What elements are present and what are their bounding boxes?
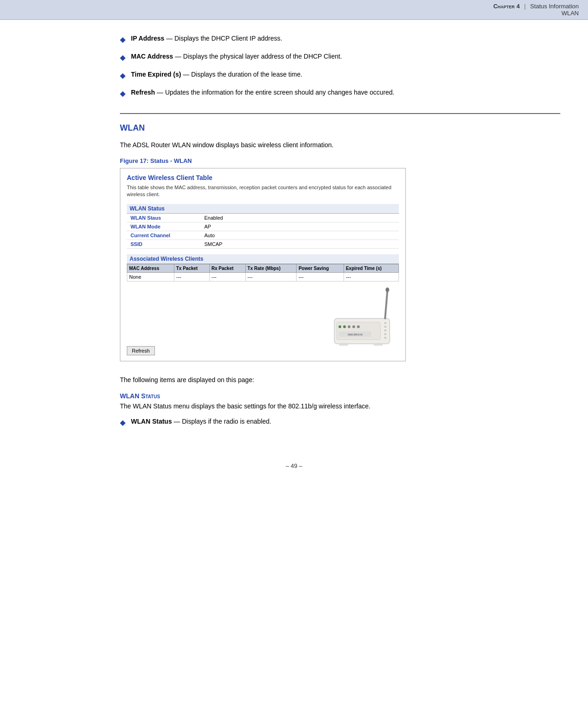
refresh-button[interactable]: Refresh — [127, 346, 155, 355]
wlan-row-label: WLAN Staus — [127, 214, 201, 222]
bullet-text-mac: MAC Address — Displays the physical laye… — [131, 52, 342, 61]
header-text: Chapter 4 | Status Information WLAN — [493, 3, 579, 17]
bullet-bold-refresh: Refresh — [131, 89, 155, 96]
wlan-heading: WLAN — [120, 123, 560, 133]
svg-rect-6 — [337, 322, 380, 340]
wlan-row-value: Auto — [201, 231, 399, 240]
chapter-label: Chapter 4 — [493, 3, 520, 10]
assoc-cell: --- — [209, 272, 245, 281]
assoc-column-header: MAC Address — [127, 264, 174, 272]
page-footer: – 49 – — [0, 453, 588, 474]
assoc-table: MAC AddressTx PacketRx PacketTx Rate (Mb… — [127, 264, 399, 282]
screenshot-box: Active Wireless Client Table This table … — [120, 168, 406, 361]
wlan-status-row: Current ChannelAuto — [127, 231, 399, 240]
assoc-row: None--------------- — [127, 272, 399, 281]
bullet-bold-mac: MAC Address — [131, 53, 173, 60]
svg-line-14 — [385, 291, 387, 318]
wlan-status-subheading-text: WLAN Status — [120, 392, 160, 400]
bullet-diamond-icon-4: ◆ — [120, 88, 125, 99]
bullet-text-time: Time Expired (s) — Displays the duration… — [131, 70, 303, 79]
description-section: The following items are displayed on thi… — [120, 375, 560, 428]
wlan-row-label: WLAN Mode — [127, 222, 201, 231]
screenshot-inner: Active Wireless Client Table This table … — [120, 168, 405, 361]
active-wireless-desc: This table shows the MAC address, transm… — [127, 184, 399, 198]
svg-rect-1 — [384, 322, 386, 324]
bullet-item-time: ◆ Time Expired (s) — Displays the durati… — [120, 70, 560, 81]
wlan-row-value: AP — [201, 222, 399, 231]
assoc-column-header: Tx Rate (Mbps) — [245, 264, 297, 272]
header-subsection: WLAN — [561, 10, 579, 17]
bullet-diamond-icon-2: ◆ — [120, 52, 125, 63]
wlan-row-value: SMCAP — [201, 240, 399, 248]
svg-point-15 — [386, 288, 389, 292]
svg-point-11 — [357, 325, 360, 328]
assoc-cell: --- — [344, 272, 398, 281]
bullet-item-ip: ◆ IP Address — Displays the DHCP Client … — [120, 34, 560, 45]
bullet-text-ip: IP Address — Displays the DHCP Client IP… — [131, 34, 282, 43]
assoc-column-header: Expired Time (s) — [344, 264, 398, 272]
bullet-diamond-icon: ◆ — [120, 34, 125, 45]
desc-intro: The following items are displayed on thi… — [120, 375, 560, 385]
svg-rect-4 — [384, 333, 386, 335]
wlan-row-label: Current Channel — [127, 231, 201, 240]
wlan-intro: The ADSL Router WLAN window displays bas… — [120, 140, 560, 150]
assoc-cell: --- — [297, 272, 344, 281]
wlan-row-value: Enabled — [201, 214, 399, 222]
svg-rect-17 — [374, 343, 383, 346]
svg-rect-16 — [339, 343, 348, 346]
assoc-column-header: Rx Packet — [209, 264, 245, 272]
assoc-header-row: MAC AddressTx PacketRx PacketTx Rate (Mb… — [127, 264, 399, 272]
svg-point-8 — [343, 325, 346, 328]
svg-rect-3 — [384, 330, 386, 331]
bullet-bold-wlan-status: WLAN Status — [131, 418, 172, 425]
svg-rect-5 — [384, 337, 386, 339]
wlan-row-label: SSID — [127, 240, 201, 248]
page-number: – 49 – — [285, 462, 302, 469]
wlan-status-table: WLAN StausEnabledWLAN ModeAPCurrent Chan… — [127, 214, 399, 249]
svg-rect-2 — [384, 326, 386, 328]
svg-point-9 — [348, 325, 350, 328]
bullet-text-wlan-status: WLAN Status — Displays if the radio is e… — [131, 417, 271, 426]
header-section: Status Information — [530, 3, 579, 10]
wlan-status-row: WLAN ModeAP — [127, 222, 399, 231]
assoc-cell: --- — [245, 272, 297, 281]
figure-label: Figure 17: Status - WLAN — [120, 157, 560, 164]
wlan-status-row: SSIDSMCAP — [127, 240, 399, 248]
assoc-wireless-title: Associated Wireless Clients — [127, 254, 399, 264]
assoc-column-header: Power Saving — [297, 264, 344, 272]
bullet-item-wlan-status: ◆ WLAN Status — Displays if the radio is… — [120, 417, 560, 428]
bullet-diamond-icon-5: ◆ — [120, 417, 125, 428]
router-image: SMCBR14S — [307, 282, 399, 355]
assoc-cell: None — [127, 272, 174, 281]
svg-point-10 — [352, 325, 355, 328]
assoc-column-header: Tx Packet — [174, 264, 209, 272]
bullet-text-refresh: Refresh — Updates the information for th… — [131, 88, 394, 97]
section-divider — [120, 113, 560, 114]
bullet-section: ◆ IP Address — Displays the DHCP Client … — [120, 34, 560, 99]
main-content: ◆ IP Address — Displays the DHCP Client … — [0, 20, 588, 453]
wlan-status-section-title: WLAN Status — [127, 204, 399, 214]
wlan-status-subheading: WLAN Status — [120, 392, 560, 400]
header-separator: | — [524, 3, 525, 10]
svg-point-7 — [339, 325, 341, 328]
svg-text:SMCBR14S: SMCBR14S — [348, 333, 362, 336]
bullet-item-refresh: ◆ Refresh — Updates the information for … — [120, 88, 560, 99]
wlan-status-row: WLAN StausEnabled — [127, 214, 399, 222]
page-header: Chapter 4 | Status Information WLAN — [0, 0, 588, 20]
assoc-cell: --- — [174, 272, 209, 281]
active-wireless-title: Active Wireless Client Table — [127, 174, 399, 181]
wlan-status-subdesc: The WLAN Status menu displays the basic … — [120, 401, 560, 411]
bullet-bold-ip: IP Address — [131, 35, 164, 42]
bullet-diamond-icon-3: ◆ — [120, 70, 125, 81]
bullet-bold-time: Time Expired (s) — [131, 71, 181, 78]
bullet-item-mac: ◆ MAC Address — Displays the physical la… — [120, 52, 560, 63]
